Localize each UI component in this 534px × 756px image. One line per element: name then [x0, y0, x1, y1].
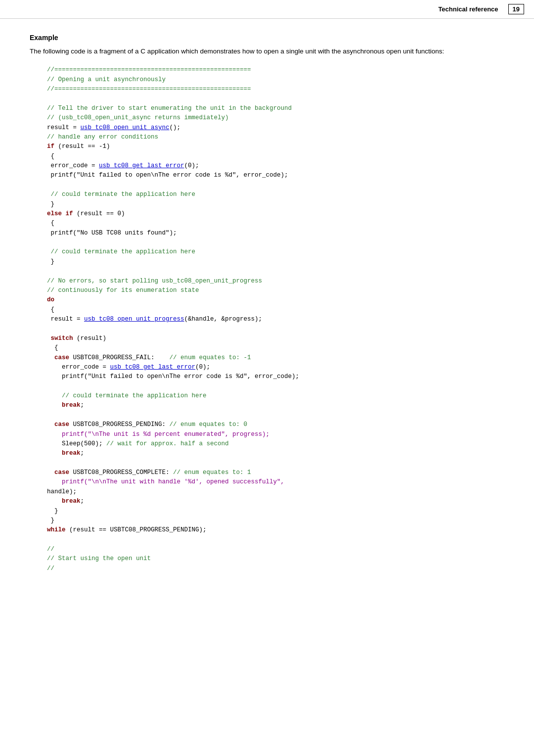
code-line: break; — [40, 497, 494, 506]
code-line: } — [40, 516, 494, 525]
code-line: if (result == -1) — [40, 142, 494, 151]
code-line: while (result == USBTC08_PROGRESS_PENDIN… — [40, 525, 494, 535]
code-line: // could terminate the application here — [40, 190, 494, 199]
code-line: } — [40, 257, 494, 267]
page-container: Technical reference 19 Example The follo… — [0, 0, 534, 756]
code-line: printf("\n\nThe unit with handle '%d', o… — [40, 477, 494, 487]
code-line: handle); — [40, 487, 494, 497]
code-line: // Start using the open unit — [40, 554, 494, 564]
code-line: printf("No USB TC08 units found"); — [40, 229, 494, 238]
code-line: error_code = usb_tc08_get_last_error(0); — [40, 161, 494, 171]
code-line: printf("Unit failed to open\nThe error c… — [40, 372, 494, 381]
code-line: // — [40, 564, 494, 573]
code-line: { — [40, 305, 494, 315]
code-line: case USBTC08_PROGRESS_PENDING: // enum e… — [40, 420, 494, 429]
code-line — [40, 535, 494, 545]
content-area: Example The following code is a fragment… — [0, 19, 534, 588]
code-line: } — [40, 507, 494, 516]
code-line: // continuously for its enumeration stat… — [40, 286, 494, 295]
code-line — [40, 324, 494, 333]
code-line — [40, 267, 494, 276]
header-bar: Technical reference 19 — [0, 0, 534, 19]
code-line: //======================================… — [40, 85, 494, 94]
code-line: printf("Unit failed to open\nThe error c… — [40, 171, 494, 180]
code-line — [40, 94, 494, 103]
code-block: //======================================… — [30, 65, 504, 573]
code-line: // could terminate the application here — [40, 391, 494, 401]
description-text: The following code is a fragment of a C … — [30, 47, 504, 56]
code-line: { — [40, 219, 494, 228]
code-line: do — [40, 295, 494, 305]
code-line: // handle any error conditions — [40, 133, 494, 142]
example-heading: Example — [30, 34, 504, 42]
code-line: break; — [40, 401, 494, 410]
code-line: result = usb_tc08_open_unit_async(); — [40, 123, 494, 133]
code-line: break; — [40, 449, 494, 458]
page-number: 19 — [508, 4, 524, 14]
code-line: error_code = usb_tc08_get_last_error(0); — [40, 363, 494, 372]
code-line: result = usb_tc08_open_unit_progress(&ha… — [40, 315, 494, 324]
code-line: // (usb_tc08_open_unit_async returns imm… — [40, 113, 494, 123]
code-line — [40, 238, 494, 247]
code-line: //======================================… — [40, 65, 494, 75]
code-line — [40, 181, 494, 190]
code-line: // No errors, so start polling usb_tc08_… — [40, 277, 494, 286]
code-line: Sleep(500); // wait for approx. half a s… — [40, 439, 494, 449]
code-line: // — [40, 545, 494, 554]
code-line — [40, 411, 494, 420]
code-line — [40, 382, 494, 391]
code-line: // Tell the driver to start enumerating … — [40, 104, 494, 113]
code-line: // Opening a unit asynchronously — [40, 75, 494, 85]
code-line: switch (result) — [40, 334, 494, 343]
code-line: printf("\nThe unit is %d percent enumera… — [40, 430, 494, 439]
code-line: case USBTC08_PROGRESS_FAIL: // enum equa… — [40, 353, 494, 363]
code-line: { — [40, 152, 494, 161]
code-line: // could terminate the application here — [40, 247, 494, 257]
header-title: Technical reference — [438, 5, 498, 13]
code-line: } — [40, 200, 494, 209]
code-line — [40, 459, 494, 468]
code-line: { — [40, 343, 494, 353]
code-line: case USBTC08_PROGRESS_COMPLETE: // enum … — [40, 468, 494, 477]
code-line: else if (result == 0) — [40, 209, 494, 219]
